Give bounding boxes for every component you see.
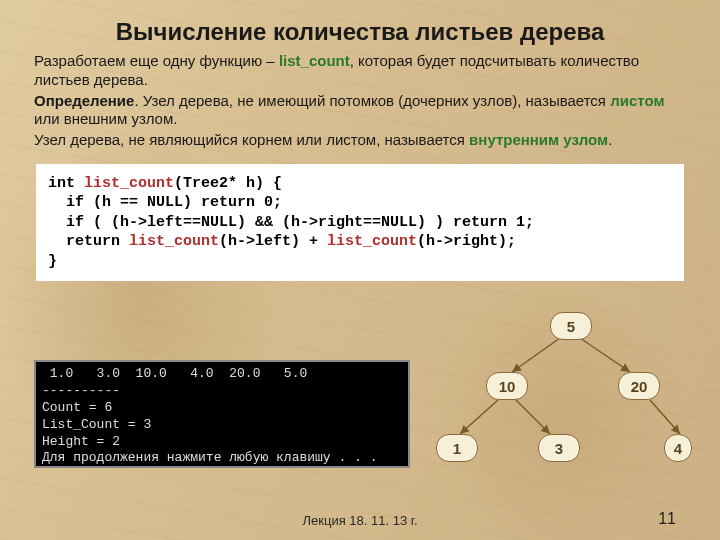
svg-line-3 [516, 400, 550, 434]
term-inner: внутренним узлом [469, 131, 608, 148]
code-listing: int list_count(Tree2* h) { if (h == NULL… [36, 164, 684, 282]
tree-diagram: 5 10 20 1 3 4 [432, 310, 692, 480]
fn-name: list_count [279, 52, 350, 69]
tree-node-leaf: 4 [664, 434, 692, 462]
text: Разработаем еще одну функцию – [34, 52, 279, 69]
paragraph-inner: Узел дерева, не являющийся корнем или ли… [34, 131, 686, 150]
page-title: Вычисление количества листьев дерева [34, 18, 686, 46]
paragraph-definition: Определение. Узел дерева, не имеющий пот… [34, 92, 686, 130]
svg-line-2 [460, 400, 498, 434]
footer-lecture: Лекция 18. 11. 13 г. [0, 513, 720, 528]
text: или внешним узлом. [34, 110, 177, 127]
text: . Узел дерева, не имеющий потомков (доче… [134, 92, 610, 109]
svg-line-4 [650, 400, 680, 434]
text: Узел дерева, не являющийся корнем или ли… [34, 131, 469, 148]
definition-label: Определение [34, 92, 134, 109]
tree-node: 10 [486, 372, 528, 400]
console-output: 1.0 3.0 10.0 4.0 20.0 5.0 ---------- Cou… [34, 360, 410, 468]
svg-line-1 [580, 338, 630, 372]
page-number: 11 [658, 510, 676, 528]
tree-node: 20 [618, 372, 660, 400]
term-leaf: листом [610, 92, 664, 109]
paragraph-intro: Разработаем еще одну функцию – list_coun… [34, 52, 686, 90]
svg-line-0 [512, 338, 560, 372]
tree-node-root: 5 [550, 312, 592, 340]
tree-node-leaf: 3 [538, 434, 580, 462]
tree-node-leaf: 1 [436, 434, 478, 462]
text: . [608, 131, 612, 148]
